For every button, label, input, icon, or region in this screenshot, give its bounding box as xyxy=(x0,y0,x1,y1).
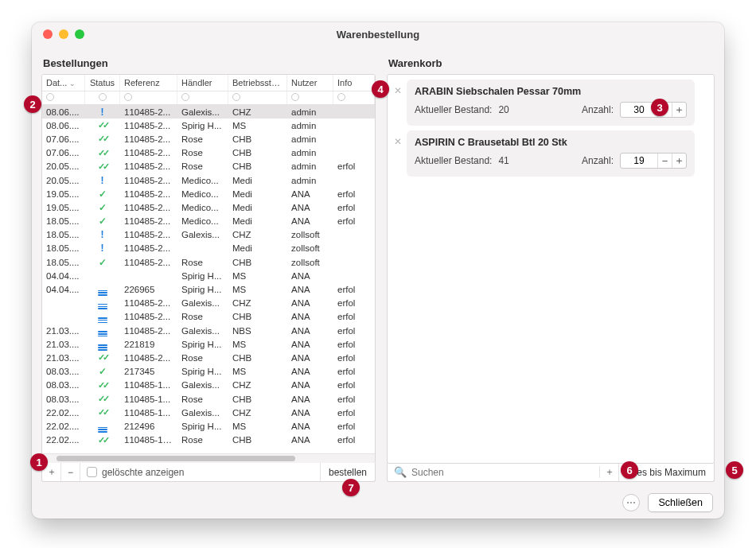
cell-user: ANA xyxy=(287,432,333,448)
orders-title: Bestellungen xyxy=(41,52,376,74)
show-deleted-label: gelöschte anzeigen xyxy=(102,467,184,478)
search-icon: 🔍 xyxy=(394,466,407,478)
cell-status: ✓ xyxy=(85,254,120,271)
window-title: Warenbestellung xyxy=(32,29,724,41)
col-date-label: Dat... xyxy=(46,78,67,87)
status-check-icon: ✓ xyxy=(99,188,107,200)
cart-panel: Warenkorb ✕ARABIN Siebschalen Pessar 70m… xyxy=(387,52,715,482)
annotation-7: 7 xyxy=(342,479,360,496)
table-row[interactable]: 18.05....✓110485-2...RoseCHBzollsoft xyxy=(42,255,375,269)
status-alert-icon: ! xyxy=(101,175,104,186)
titlebar: Warenbestellung xyxy=(32,22,724,46)
status-double-check-icon: ✓✓ xyxy=(98,120,107,130)
filter-user[interactable] xyxy=(291,93,299,101)
filter-date[interactable] xyxy=(46,93,54,101)
cell-date xyxy=(42,313,85,320)
cell-date xyxy=(42,300,85,306)
status-double-check-icon: ✓✓ xyxy=(98,134,107,143)
order-button[interactable]: bestellen xyxy=(320,463,375,481)
orders-body[interactable]: 08.06....!110485-2...Galexis...CHZadmin0… xyxy=(42,105,375,453)
orders-header-row: Dat...⌄ Status Referenz Händler Betriebs… xyxy=(42,75,375,91)
col-vendor[interactable]: Händler xyxy=(177,75,228,91)
annotation-6: 6 xyxy=(621,461,638,479)
cell-info xyxy=(333,259,375,266)
orders-filter-row xyxy=(42,91,375,105)
status-check-icon: ✓ xyxy=(99,202,107,213)
cell-status xyxy=(85,273,120,279)
remove-item-icon[interactable]: ✕ xyxy=(392,137,403,148)
status-double-check-icon: ✓✓ xyxy=(98,435,107,445)
bottom-bar: ⋯ Schließen xyxy=(32,487,724,519)
qty-decrease-button[interactable]: − xyxy=(657,154,672,168)
quantity-input[interactable] xyxy=(621,155,657,166)
cart-title: Warenkorb xyxy=(387,52,715,74)
sort-indicator-icon: ⌄ xyxy=(69,80,76,87)
more-options-button[interactable]: ⋯ xyxy=(622,494,640,511)
orders-table: Dat...⌄ Status Referenz Händler Betriebs… xyxy=(41,74,376,464)
cell-info xyxy=(333,273,375,279)
status-alert-icon: ! xyxy=(101,229,104,240)
stock-value: 20 xyxy=(498,104,509,115)
status-check-icon: ✓ xyxy=(99,366,107,377)
orders-footer: ＋ − gelöschte anzeigen bestellen xyxy=(41,463,376,482)
col-user[interactable]: Nutzer xyxy=(287,75,333,91)
cell-reference: 110485-191 xyxy=(120,432,177,448)
stock-label: Aktueller Bestand: xyxy=(415,104,492,115)
cart-search[interactable]: 🔍 xyxy=(388,466,600,478)
filter-ref[interactable] xyxy=(124,93,132,101)
status-double-check-icon: ✓✓ xyxy=(98,394,107,403)
status-double-check-icon: ✓✓ xyxy=(98,380,107,390)
qty-label: Anzahl: xyxy=(582,155,614,166)
add-item-button[interactable]: ＋ xyxy=(600,463,619,481)
filter-vendor[interactable] xyxy=(181,93,189,101)
cart-footer: 🔍 ＋ alles bis Maximum xyxy=(387,463,715,482)
cell-info xyxy=(333,109,375,115)
status-alert-icon: ! xyxy=(101,107,104,118)
qty-increase-button[interactable]: ＋ xyxy=(672,103,686,117)
filter-site[interactable] xyxy=(232,93,240,101)
status-alert-icon: ! xyxy=(101,243,104,254)
col-site[interactable]: Betriebsstät... xyxy=(228,75,287,91)
remove-order-button[interactable]: − xyxy=(61,463,80,481)
filter-status[interactable] xyxy=(99,93,107,101)
orders-horizontal-scrollbar[interactable] xyxy=(42,453,375,463)
cart-list: ✕ARABIN Siebschalen Pessar 70mmAktueller… xyxy=(387,74,715,464)
cell-vendor: Galexis... xyxy=(177,227,228,243)
status-double-check-icon: ✓✓ xyxy=(98,148,107,157)
status-check-icon: ✓ xyxy=(99,257,107,268)
cell-reference xyxy=(120,273,177,279)
status-double-check-icon: ✓✓ xyxy=(98,407,107,417)
search-input[interactable] xyxy=(411,467,593,478)
qty-increase-button[interactable]: ＋ xyxy=(672,154,686,168)
orders-panel: Bestellungen Dat...⌄ Status Referenz Hän… xyxy=(41,52,376,482)
status-check-icon: ✓ xyxy=(99,216,107,227)
annotation-3: 3 xyxy=(651,99,668,116)
content-area: Bestellungen Dat...⌄ Status Referenz Hän… xyxy=(32,46,724,487)
stock-value: 41 xyxy=(498,155,509,166)
status-double-check-icon: ✓✓ xyxy=(98,161,107,171)
col-status[interactable]: Status xyxy=(85,75,120,91)
quantity-stepper[interactable]: −＋ xyxy=(620,153,687,169)
cell-info: erfol xyxy=(333,213,375,229)
filter-info[interactable] xyxy=(337,93,345,101)
checkbox-icon xyxy=(87,467,97,477)
cell-status: ✓✓ xyxy=(85,432,120,449)
cell-vendor: Rose xyxy=(177,432,228,448)
cell-info: erfol xyxy=(333,158,375,174)
col-info[interactable]: Info xyxy=(333,75,375,91)
cell-info: erfol xyxy=(333,432,375,448)
remove-item-icon[interactable]: ✕ xyxy=(392,86,403,97)
stock-label: Aktueller Bestand: xyxy=(415,155,492,166)
cell-info xyxy=(333,245,375,251)
col-date[interactable]: Dat...⌄ xyxy=(42,75,85,91)
item-name: ASPIRIN C Brausetabl Btl 20 Stk xyxy=(415,137,687,148)
annotation-5: 5 xyxy=(726,461,743,479)
scrollbar-thumb[interactable] xyxy=(57,456,295,461)
show-deleted-checkbox[interactable]: gelöschte anzeigen xyxy=(80,467,320,478)
close-button[interactable]: Schließen xyxy=(648,493,713,512)
cell-date: 04.04.... xyxy=(42,282,85,297)
col-reference[interactable]: Referenz xyxy=(120,75,177,91)
qty-label: Anzahl: xyxy=(582,104,614,115)
table-row[interactable]: 22.02....✓✓110485-191RoseCHBANAerfol xyxy=(42,433,375,447)
cell-vendor xyxy=(177,245,228,251)
